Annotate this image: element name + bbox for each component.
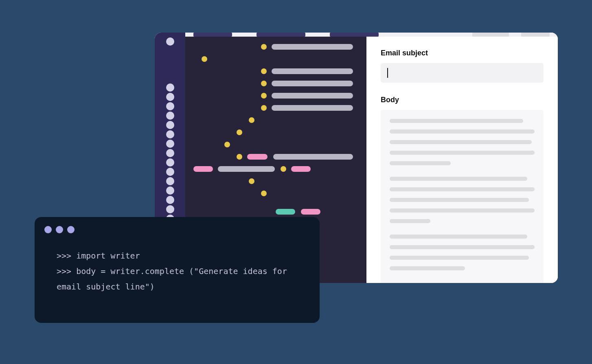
body-placeholder-line — [390, 140, 532, 144]
sidebar-nav-item[interactable] — [166, 168, 174, 176]
code-dot-icon — [202, 56, 207, 62]
header-action[interactable] — [521, 33, 550, 37]
code-token — [301, 209, 320, 215]
code-line — [272, 81, 353, 86]
sidebar-nav-item[interactable] — [166, 130, 174, 138]
sidebar-nav-item[interactable] — [166, 112, 174, 120]
code-token — [193, 166, 213, 172]
terminal-output: >>> import writer >>> body = writer.comp… — [44, 248, 310, 294]
body-placeholder-line — [390, 245, 535, 249]
sidebar-nav-item[interactable] — [166, 121, 174, 129]
code-token — [276, 209, 295, 215]
code-dot-icon — [261, 191, 267, 196]
code-dot-icon — [237, 154, 242, 160]
sidebar-nav-item[interactable] — [166, 196, 174, 204]
code-token — [247, 154, 267, 160]
sidebar-nav-item[interactable] — [166, 102, 174, 110]
sidebar-nav-item[interactable] — [166, 177, 174, 185]
body-placeholder-line — [390, 198, 529, 202]
sidebar-nav-item[interactable] — [166, 140, 174, 148]
body-placeholder-line — [390, 235, 527, 239]
code-dot-icon — [224, 142, 230, 147]
body-placeholder-line — [390, 266, 465, 270]
tab-active[interactable] — [193, 33, 232, 37]
code-line — [272, 44, 353, 50]
sidebar-nav-item[interactable] — [166, 186, 174, 195]
window-control-dot[interactable] — [44, 226, 52, 233]
body-placeholder-line — [390, 177, 527, 181]
window-control-dot[interactable] — [67, 226, 75, 233]
sidebar-nav-item[interactable] — [166, 205, 174, 213]
code-dot-icon — [261, 93, 267, 99]
terminal-line: >>> body = writer.complete ("Generate id… — [57, 263, 310, 294]
sidebar-nav-item[interactable] — [166, 83, 174, 92]
window-controls — [44, 226, 310, 233]
code-line — [272, 93, 353, 99]
header-action[interactable] — [472, 33, 509, 37]
body-placeholder-line — [390, 208, 535, 213]
body-placeholder-line — [390, 187, 535, 191]
email-subject-label: Email subject — [381, 49, 544, 57]
email-body-label: Body — [381, 96, 544, 104]
sidebar-nav-item[interactable] — [166, 93, 174, 101]
code-dot-icon — [249, 178, 254, 184]
header-bar — [185, 33, 558, 37]
body-placeholder-line — [390, 151, 535, 155]
code-dot-icon — [261, 68, 267, 74]
code-line — [272, 68, 353, 74]
terminal-window: >>> import writer >>> body = writer.comp… — [35, 217, 320, 323]
code-dot-icon — [261, 81, 267, 86]
code-line — [218, 166, 275, 172]
window-control-dot[interactable] — [56, 226, 63, 233]
code-dot-icon — [249, 117, 254, 123]
body-placeholder-line — [390, 119, 523, 123]
body-placeholder-line — [390, 129, 535, 134]
form-panel: Email subject Body — [366, 37, 558, 283]
body-placeholder-line — [390, 256, 529, 260]
tab-item[interactable] — [330, 33, 379, 37]
terminal-line: >>> import writer — [57, 248, 310, 263]
sidebar-nav-item[interactable] — [166, 37, 174, 46]
tab-item[interactable] — [257, 33, 305, 37]
code-line — [273, 154, 353, 160]
code-dot-icon — [261, 44, 267, 50]
sidebar-nav-item[interactable] — [166, 149, 174, 157]
code-token — [291, 166, 311, 172]
email-subject-input[interactable] — [381, 63, 544, 83]
code-line — [272, 105, 353, 111]
code-dot-icon — [281, 166, 286, 172]
email-body-input[interactable] — [381, 110, 544, 283]
sidebar-nav-item[interactable] — [166, 158, 174, 167]
body-placeholder-line — [390, 161, 451, 165]
code-dot-icon — [261, 105, 267, 111]
code-dot-icon — [237, 129, 242, 135]
body-placeholder-line — [390, 219, 430, 223]
